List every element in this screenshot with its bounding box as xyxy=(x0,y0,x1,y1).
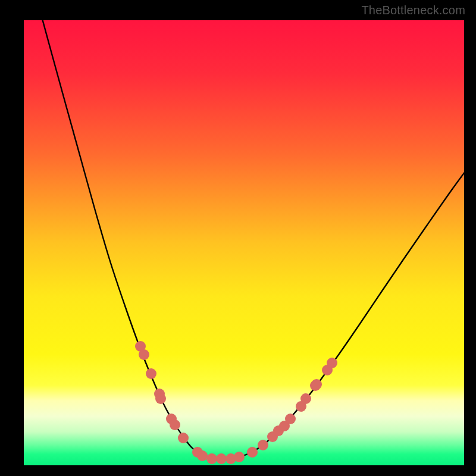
data-marker xyxy=(178,433,189,443)
data-marker xyxy=(311,379,322,390)
data-marker xyxy=(234,452,245,462)
data-marker xyxy=(139,349,149,360)
bottleneck-curve xyxy=(42,20,464,459)
data-marker xyxy=(285,414,296,424)
data-marker xyxy=(300,393,311,404)
data-marker xyxy=(327,358,337,368)
data-marker xyxy=(206,453,217,464)
data-marker xyxy=(258,440,268,450)
data-marker xyxy=(216,453,227,464)
data-marker xyxy=(155,393,166,404)
data-marker xyxy=(247,447,258,458)
plot-area xyxy=(24,20,464,465)
data-marker xyxy=(146,368,156,379)
data-marker xyxy=(170,419,180,430)
watermark-label: TheBottleneck.com xyxy=(361,4,465,17)
chart-container: TheBottleneck.com xyxy=(0,0,476,476)
data-marker xyxy=(197,450,208,461)
marker-group xyxy=(135,341,337,464)
curve-layer xyxy=(24,20,464,465)
